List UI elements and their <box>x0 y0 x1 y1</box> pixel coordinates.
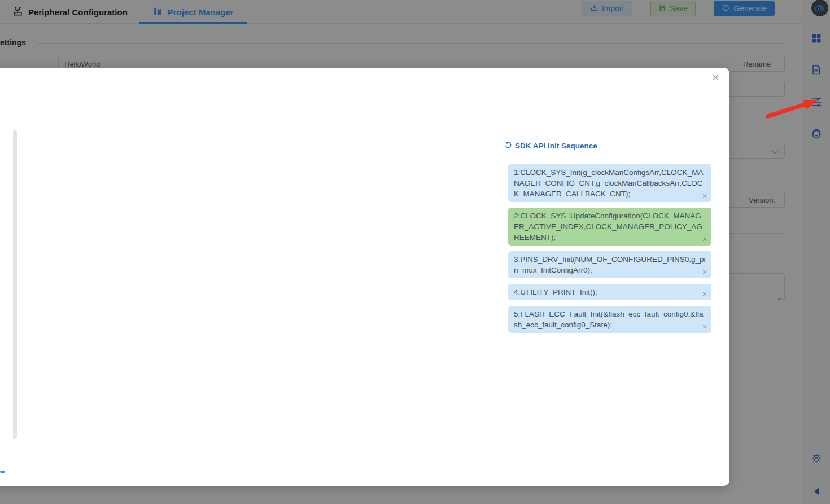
sequence-step[interactable]: 4:UTILITY_PRINT_Init(); ✕ <box>508 284 711 300</box>
code-preview-dialog: ✕ SDK API Init Sequence 1:CLOCK_SYS_Init… <box>0 68 729 486</box>
horizontal-scrollbar-thumb[interactable] <box>0 471 5 473</box>
close-icon[interactable]: ✕ <box>712 73 719 82</box>
remove-step-icon[interactable]: ✕ <box>702 193 707 200</box>
history-rotate-icon <box>504 141 512 151</box>
sdk-sequence-list: 1:CLOCK_SYS_Init(g_clockManConfigsArr,CL… <box>508 164 711 333</box>
step-text: 4:UTILITY_PRINT_Init(); <box>514 288 597 296</box>
sequence-step[interactable]: 5:FLASH_ECC_Fault_Init(&flash_ecc_fault_… <box>508 306 711 333</box>
vertical-scrollbar-thumb[interactable] <box>13 130 17 439</box>
remove-step-icon[interactable]: ✕ <box>702 291 707 298</box>
step-text: 3:PINS_DRV_Init(NUM_OF_CONFIGURED_PINS0,… <box>514 255 706 274</box>
step-text: 1:CLOCK_SYS_Init(g_clockManConfigsArr,CL… <box>514 168 703 198</box>
sequence-step-highlighted[interactable]: 2:CLOCK_SYS_UpdateConfiguration(CLOCK_MA… <box>508 208 711 246</box>
remove-step-icon[interactable]: ✕ <box>702 236 707 243</box>
sdk-sequence-header: SDK API Init Sequence <box>504 141 597 151</box>
sequence-step[interactable]: 3:PINS_DRV_Init(NUM_OF_CONFIGURED_PINS0,… <box>508 251 711 278</box>
step-text: 2:CLOCK_SYS_UpdateConfiguration(CLOCK_MA… <box>514 212 702 242</box>
step-text: 5:FLASH_ECC_Fault_Init(&flash_ecc_fault_… <box>514 310 703 329</box>
app-window: Peripheral Configuration Project Manager <box>0 0 830 504</box>
remove-step-icon[interactable]: ✕ <box>702 324 707 331</box>
remove-step-icon[interactable]: ✕ <box>702 269 707 276</box>
sdk-sequence-title: SDK API Init Sequence <box>515 142 597 150</box>
sequence-step[interactable]: 1:CLOCK_SYS_Init(g_clockManConfigsArr,CL… <box>508 164 711 202</box>
